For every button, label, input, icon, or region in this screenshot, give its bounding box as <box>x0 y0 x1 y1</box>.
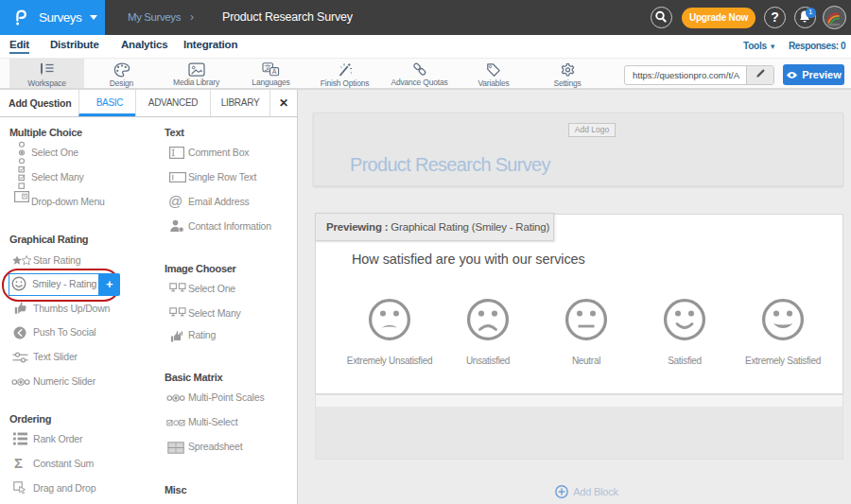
svg-text:A: A <box>272 68 277 75</box>
